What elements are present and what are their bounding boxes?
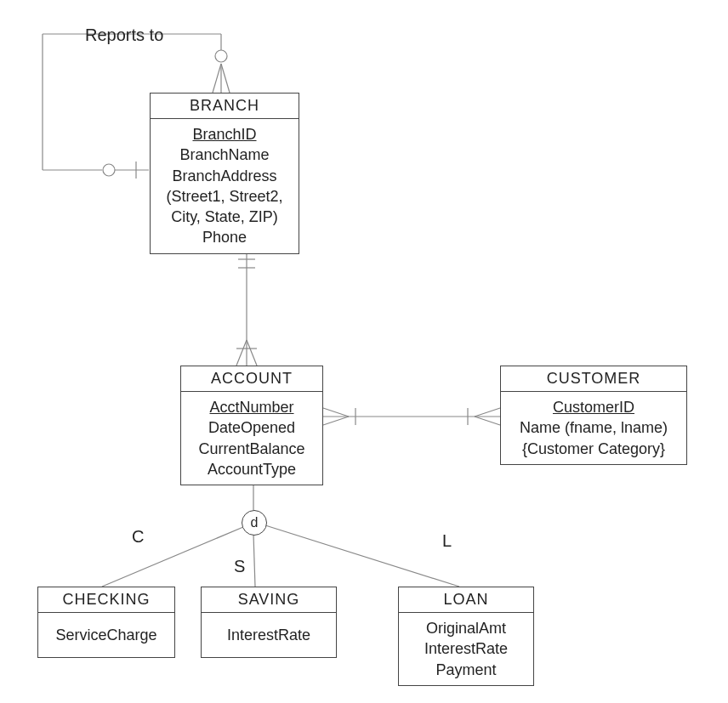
attr: Name (fname, lname) — [508, 417, 680, 438]
svg-point-8 — [103, 164, 115, 176]
entity-loan: LOAN OriginalAmt InterestRate Payment — [398, 587, 534, 686]
svg-line-18 — [323, 408, 349, 417]
svg-line-19 — [323, 417, 349, 425]
svg-point-3 — [215, 50, 227, 62]
entity-title: SAVING — [202, 587, 336, 613]
svg-line-15 — [247, 340, 257, 366]
attr: BranchName — [157, 145, 292, 165]
discriminant-l: L — [442, 531, 452, 551]
attr: Phone — [157, 227, 292, 247]
attr: DateOpened — [188, 417, 316, 438]
svg-line-27 — [265, 525, 459, 587]
attr: OriginalAmt — [406, 618, 526, 638]
discriminant-c: C — [132, 527, 144, 547]
pk-attr: CustomerID — [508, 397, 680, 417]
entity-title: ACCOUNT — [181, 366, 322, 392]
svg-line-26 — [253, 534, 255, 587]
attr: Payment — [406, 660, 526, 680]
entity-attrs: AcctNumber DateOpened CurrentBalance Acc… — [181, 392, 322, 485]
er-diagram: { "relationship_label": "Reports to", "e… — [0, 0, 728, 703]
entity-attrs: InterestRate — [202, 613, 336, 657]
svg-line-22 — [475, 417, 500, 425]
entity-account: ACCOUNT AcctNumber DateOpened CurrentBal… — [180, 366, 323, 485]
svg-line-25 — [102, 527, 243, 587]
svg-line-2 — [221, 64, 230, 93]
attr: BranchAddress (Street1, Street2, City, S… — [157, 166, 292, 228]
entity-attrs: BranchID BranchName BranchAddress (Stree… — [151, 119, 299, 253]
entity-title: BRANCH — [151, 94, 299, 119]
attr: CurrentBalance — [188, 439, 316, 459]
entity-title: CHECKING — [38, 587, 174, 613]
entity-attrs: CustomerID Name (fname, lname) {Customer… — [501, 392, 686, 464]
entity-customer: CUSTOMER CustomerID Name (fname, lname) … — [500, 366, 687, 465]
discriminant-s: S — [234, 557, 245, 576]
entity-saving: SAVING InterestRate — [201, 587, 337, 658]
disjoint-indicator: d — [242, 510, 267, 536]
svg-line-14 — [236, 340, 247, 366]
attr: InterestRate — [406, 638, 526, 659]
svg-line-1 — [213, 64, 221, 93]
attr: ServiceCharge — [45, 618, 168, 652]
attr: AccountType — [188, 459, 316, 479]
entity-attrs: ServiceCharge — [38, 613, 174, 657]
entity-title: CUSTOMER — [501, 366, 686, 392]
disjoint-symbol: d — [251, 515, 259, 530]
entity-title: LOAN — [399, 587, 533, 613]
attr: InterestRate — [208, 618, 329, 652]
pk-attr: BranchID — [157, 124, 292, 145]
entity-attrs: OriginalAmt InterestRate Payment — [399, 613, 533, 685]
entity-branch: BRANCH BranchID BranchName BranchAddress… — [150, 93, 299, 254]
attr: {Customer Category} — [508, 439, 680, 459]
relationship-label-reports-to: Reports to — [85, 26, 163, 45]
svg-line-21 — [475, 408, 500, 417]
entity-checking: CHECKING ServiceCharge — [37, 587, 175, 658]
pk-attr: AcctNumber — [188, 397, 316, 417]
